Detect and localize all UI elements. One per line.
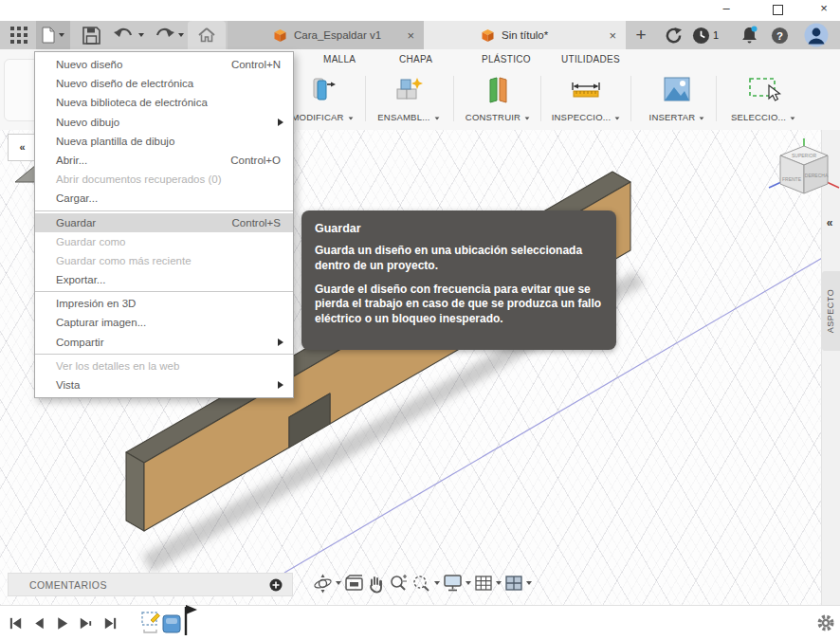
menu-separator: [35, 291, 293, 292]
zoom-window-caret-icon[interactable]: [434, 581, 440, 585]
undo-button[interactable]: [110, 21, 148, 49]
viewports-caret-icon[interactable]: [526, 581, 532, 585]
document-tab-active[interactable]: Sin título* ×: [424, 21, 626, 49]
job-count-badge: 1: [710, 21, 721, 49]
orbit-icon[interactable]: [313, 574, 333, 594]
grid-snap-caret-icon[interactable]: [496, 581, 502, 585]
dropdown-caret-icon: [525, 117, 530, 119]
menu-item-nueva-biblioteca[interactable]: Nueva biblioteca de electrónica: [35, 93, 293, 112]
save-button[interactable]: [78, 21, 104, 49]
viewcube[interactable]: SUPERIOR FRENTE DERECHA: [768, 138, 840, 209]
menu-item-guardar-como-reciente: Guardar como más reciente: [35, 251, 293, 270]
collapse-browser-icon[interactable]: «: [8, 134, 37, 161]
menu-item-capturar-imagen[interactable]: Capturar imagen...: [35, 313, 293, 332]
submenu-arrow-icon: [278, 381, 283, 389]
menu-item-nuevo-diseno[interactable]: Nuevo diseñoControl+N: [35, 55, 293, 74]
settings-gear-icon[interactable]: [815, 613, 836, 633]
minimize-icon[interactable]: –: [719, 2, 734, 15]
look-at-icon[interactable]: [344, 575, 364, 593]
ribbon-separator: [630, 76, 631, 121]
tooltip-title: Guardar: [315, 222, 603, 235]
ribbon-group-ensamblar[interactable]: ENSAMBL...: [364, 72, 453, 122]
menu-item-guardar[interactable]: GuardarControl+S: [35, 213, 293, 232]
tooltip-paragraph: Guarde el diseño con frecuencia para evi…: [315, 283, 603, 327]
select-icon: [719, 72, 808, 106]
svg-text:?: ?: [776, 29, 783, 41]
redo-caret-icon[interactable]: [178, 33, 184, 37]
display-settings-icon[interactable]: [443, 574, 463, 593]
zoom-icon[interactable]: [389, 574, 409, 594]
viewcube-top-label: SUPERIOR: [792, 153, 817, 158]
group-label: INSPECCIO...: [552, 112, 612, 122]
fusion-cube-icon: [273, 28, 287, 43]
menu-separator: [35, 210, 293, 211]
help-icon[interactable]: ?: [766, 21, 793, 49]
comments-bar[interactable]: COMENTARIOS: [8, 573, 293, 596]
ribbon-tab-plastico[interactable]: PLÁSTICO: [482, 54, 531, 67]
go-to-end-icon[interactable]: [102, 615, 119, 631]
file-menu-caret-icon: [59, 33, 64, 37]
measure-icon: [541, 72, 630, 106]
undo-caret-icon[interactable]: [138, 33, 144, 37]
ribbon-group-inspeccionar[interactable]: INSPECCIO...: [541, 72, 630, 122]
file-icon: [42, 27, 55, 44]
menu-item-impresion-3d[interactable]: Impresión en 3D: [35, 294, 293, 313]
extensions-icon[interactable]: [660, 21, 686, 49]
orbit-caret-icon[interactable]: [336, 581, 341, 585]
menu-item-cargar[interactable]: Cargar...: [35, 189, 293, 208]
pan-icon[interactable]: [367, 574, 386, 594]
timeline-marker-icon[interactable]: [161, 603, 199, 639]
document-tab[interactable]: Cara_Espaldar v1 ×: [228, 21, 424, 49]
add-comment-icon[interactable]: [269, 578, 283, 592]
insert-image-icon: [632, 72, 721, 106]
viewports-icon[interactable]: [504, 574, 523, 593]
z-axis-icon: [769, 182, 781, 188]
tab-close-icon[interactable]: ×: [407, 28, 414, 43]
menu-item-vista[interactable]: Vista: [35, 375, 293, 394]
ribbon-group-seleccionar[interactable]: SELECCIO...: [719, 72, 808, 122]
menu-item-abrir-recuperados: Abrir documentos recuperados (0): [35, 170, 293, 189]
new-tab-button[interactable]: +: [628, 21, 654, 49]
avatar[interactable]: [800, 21, 832, 49]
file-menu: Nuevo diseñoControl+N Nuevo diseño de el…: [34, 51, 294, 398]
display-settings-caret-icon[interactable]: [466, 581, 471, 585]
menu-item-abrir[interactable]: Abrir...Control+O: [35, 151, 293, 170]
zoom-window-icon[interactable]: [411, 574, 431, 594]
ribbon-group-construir[interactable]: CONSTRUIR: [453, 72, 542, 122]
file-menu-button[interactable]: [36, 21, 70, 49]
menu-item-ver-detalles-web: Ver los detalles en la web: [35, 357, 293, 375]
dropdown-caret-icon: [700, 117, 704, 119]
notifications-bell-icon[interactable]: [736, 21, 762, 49]
close-icon[interactable]: ×: [816, 2, 831, 15]
timeline-feature-icon[interactable]: [140, 611, 163, 635]
tab-close-icon[interactable]: ×: [609, 28, 616, 43]
play-icon[interactable]: [55, 615, 69, 631]
step-back-icon[interactable]: [32, 615, 46, 631]
ribbon-tab-chapa[interactable]: CHAPA: [399, 54, 432, 67]
redo-button[interactable]: [150, 21, 188, 49]
navigation-toolbar: [313, 571, 548, 595]
menu-item-compartir[interactable]: Compartir: [35, 333, 293, 352]
menu-item-nueva-plantilla[interactable]: Nueva plantilla de dibujo: [35, 132, 293, 151]
app-grid-icon[interactable]: [6, 21, 32, 49]
viewcube-front-label: FRENTE: [782, 176, 802, 182]
ribbon-group-insertar[interactable]: INSERTAR: [632, 72, 721, 122]
job-status-icon[interactable]: [689, 21, 712, 49]
dropdown-caret-icon: [791, 117, 795, 119]
menu-item-nuevo-dibujo[interactable]: Nuevo dibujo: [35, 113, 293, 132]
menu-item-exportar[interactable]: Exportar...: [35, 270, 293, 289]
maximize-icon[interactable]: [773, 5, 783, 15]
collapse-right-icon[interactable]: «: [820, 216, 839, 231]
ribbon-tab-utilidades[interactable]: UTILIDADES: [561, 54, 620, 67]
submenu-arrow-icon: [278, 119, 283, 126]
grid-snap-icon[interactable]: [474, 574, 493, 593]
window-titlebar: [0, 0, 840, 21]
aspect-panel-tab[interactable]: ASPECTO: [822, 271, 840, 351]
go-to-start-icon[interactable]: [8, 615, 24, 631]
menu-item-nuevo-diseno-electronica[interactable]: Nuevo diseño de electrónica: [35, 74, 293, 93]
step-forward-icon[interactable]: [78, 615, 94, 631]
ribbon-tab-malla[interactable]: MALLA: [323, 54, 356, 67]
dropdown-caret-icon: [615, 117, 620, 119]
dropdown-caret-icon: [348, 117, 353, 119]
home-button[interactable]: [188, 21, 226, 49]
